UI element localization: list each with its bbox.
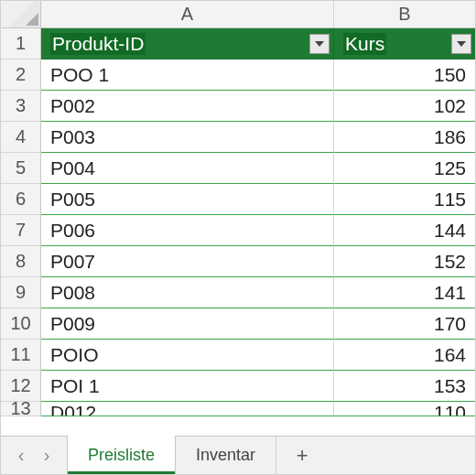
row-header[interactable]: 4 xyxy=(1,122,41,153)
cell[interactable]: 110 xyxy=(334,402,476,416)
cell[interactable]: 144 xyxy=(334,215,476,246)
cell[interactable]: 115 xyxy=(334,184,476,215)
tab-prev-icon[interactable]: ‹ xyxy=(12,445,30,466)
sheet-tab-bar: ‹ › Preisliste Inventar + xyxy=(1,436,475,474)
cell[interactable]: P002 xyxy=(41,91,334,122)
cell[interactable]: 186 xyxy=(334,122,476,153)
cell[interactable]: P008 xyxy=(41,277,334,308)
row-header[interactable]: 1 xyxy=(1,28,41,59)
row-header[interactable]: 6 xyxy=(1,184,41,215)
cell[interactable]: P007 xyxy=(41,246,334,277)
tab-nav: ‹ › xyxy=(1,437,67,474)
row-header[interactable]: 11 xyxy=(1,340,41,371)
cell[interactable]: D012 xyxy=(41,402,334,416)
cell[interactable]: 141 xyxy=(334,277,476,308)
spreadsheet-grid: A B 1 Produkt-ID Kurs 2 POO 1 150 3 P002… xyxy=(1,1,475,416)
row-header[interactable]: 8 xyxy=(1,246,41,277)
sheet-tab-inventar[interactable]: Inventar xyxy=(176,437,276,474)
svg-marker-0 xyxy=(315,41,324,47)
add-sheet-button[interactable]: + xyxy=(276,437,328,474)
cell[interactable]: 150 xyxy=(334,59,476,91)
row-header[interactable]: 5 xyxy=(1,153,41,184)
tab-next-icon[interactable]: › xyxy=(38,445,56,466)
cell[interactable]: P003 xyxy=(41,122,334,153)
row-header[interactable]: 12 xyxy=(1,371,41,402)
col-header-b[interactable]: B xyxy=(334,1,476,28)
table-header-produkt-id[interactable]: Produkt-ID xyxy=(41,28,334,59)
sheet-tab-preisliste[interactable]: Preisliste xyxy=(67,436,176,474)
cell[interactable]: POIO xyxy=(41,340,334,371)
filter-dropdown-icon[interactable] xyxy=(309,34,330,54)
col-header-a[interactable]: A xyxy=(41,1,334,28)
cell[interactable]: 125 xyxy=(334,153,476,184)
row-header[interactable]: 3 xyxy=(1,91,41,122)
cell[interactable]: 164 xyxy=(334,340,476,371)
svg-marker-1 xyxy=(457,41,466,47)
cell[interactable]: P006 xyxy=(41,215,334,246)
table-header-kurs[interactable]: Kurs xyxy=(334,28,476,59)
cell[interactable]: 102 xyxy=(334,91,476,122)
row-header[interactable]: 9 xyxy=(1,277,41,308)
row-header[interactable]: 7 xyxy=(1,215,41,246)
cell[interactable]: POO 1 xyxy=(41,59,334,91)
cell[interactable]: P004 xyxy=(41,153,334,184)
cell[interactable]: 170 xyxy=(334,308,476,340)
table-header-label: Produkt-ID xyxy=(50,33,146,55)
cell[interactable]: 153 xyxy=(334,371,476,402)
cell[interactable]: 152 xyxy=(334,246,476,277)
row-header[interactable]: 13 xyxy=(1,402,41,416)
cell[interactable]: P009 xyxy=(41,308,334,340)
filter-dropdown-icon[interactable] xyxy=(451,34,471,54)
table-header-label: Kurs xyxy=(343,33,386,55)
cell[interactable]: POI 1 xyxy=(41,371,334,402)
row-header[interactable]: 10 xyxy=(1,308,41,340)
cell[interactable]: P005 xyxy=(41,184,334,215)
select-all-corner[interactable] xyxy=(1,1,41,28)
row-header[interactable]: 2 xyxy=(1,59,41,91)
